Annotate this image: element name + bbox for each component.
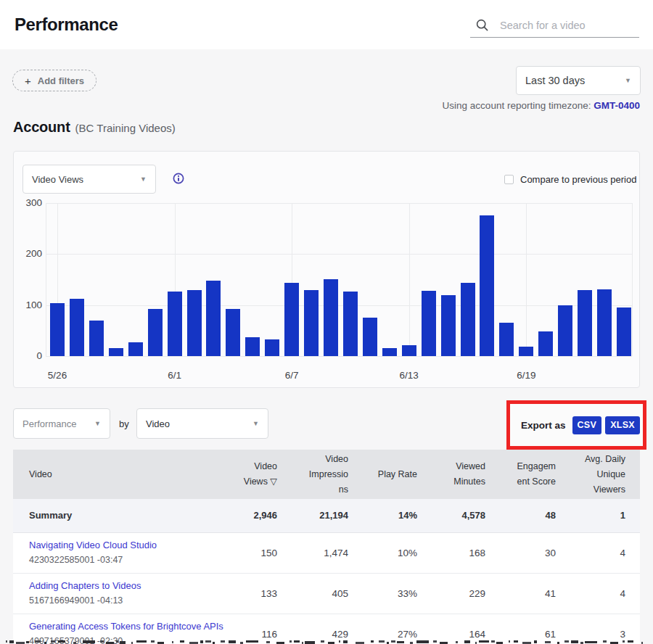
- x-axis-tick-label: 6/19: [497, 370, 555, 381]
- video-title-link[interactable]: Navigating Video Cloud Studio: [29, 540, 157, 550]
- chart-bar[interactable]: [382, 348, 397, 356]
- chart-bar[interactable]: [538, 331, 553, 356]
- chart-bar[interactable]: [168, 292, 182, 356]
- y-axis-tick-label: 100: [0, 300, 42, 310]
- video-id-duration: 5167166949001 -04:13: [29, 595, 209, 606]
- cell-play-rate: 27%: [348, 614, 417, 644]
- cell-video-views: 150: [209, 532, 277, 573]
- chevron-down-icon: ▼: [140, 176, 155, 183]
- y-axis-tick-label: 200: [0, 248, 42, 259]
- section-heading: Account (BC Training Videos): [13, 119, 176, 136]
- page-title: Performance: [15, 15, 118, 35]
- chart-bar[interactable]: [265, 339, 279, 356]
- table-header-row: Video Video Views ▽ Video Impressio ns P…: [13, 450, 640, 499]
- chart-bar[interactable]: [499, 323, 514, 356]
- chart-bar[interactable]: [245, 337, 260, 356]
- metric-select-value: Video Views: [23, 174, 83, 185]
- search-input[interactable]: [500, 20, 631, 31]
- chart-bar[interactable]: [558, 305, 572, 356]
- dimension-select[interactable]: Video ▼: [136, 408, 268, 439]
- metric-select[interactable]: Video Views ▼: [22, 165, 156, 194]
- chart-bar[interactable]: [89, 321, 104, 356]
- column-header-engagement-score[interactable]: Engagem ent Score: [485, 450, 556, 499]
- info-icon[interactable]: [173, 173, 184, 184]
- export-xlsx-button[interactable]: XLSX: [605, 416, 640, 434]
- cell-engagement-score: 30: [485, 532, 556, 573]
- date-range-value: Last 30 days: [517, 75, 585, 86]
- chart-bar[interactable]: [70, 299, 84, 356]
- y-axis-tick-label: 0: [0, 350, 42, 361]
- cell-video-impressions: 405: [277, 573, 348, 614]
- chart-bar[interactable]: [597, 289, 612, 356]
- export-as-label: Export as: [521, 420, 566, 431]
- cell-engagement-score: 41: [485, 573, 556, 614]
- chart-bar[interactable]: [422, 291, 436, 356]
- summary-video-impressions: 21,194: [277, 499, 348, 532]
- timezone-link[interactable]: GMT-0400: [594, 100, 640, 111]
- column-header-video-impressions[interactable]: Video Impressio ns: [277, 450, 348, 499]
- cell-avg-daily-unique-viewers: 3: [556, 614, 640, 644]
- export-csv-button[interactable]: CSV: [572, 416, 602, 434]
- column-header-viewed-minutes[interactable]: Viewed Minutes: [417, 450, 485, 499]
- date-range-select[interactable]: Last 30 days ▼: [516, 66, 641, 95]
- chevron-down-icon: ▼: [625, 77, 640, 84]
- by-label: by: [119, 418, 129, 429]
- chart-bar[interactable]: [206, 281, 221, 356]
- chart-bar[interactable]: [226, 309, 240, 356]
- column-header-avg-daily-unique-viewers[interactable]: Avg. Daily Unique Viewers: [556, 450, 640, 499]
- cell-viewed-minutes: 229: [417, 573, 485, 614]
- chart-bar[interactable]: [343, 292, 358, 356]
- chart-bar[interactable]: [187, 290, 202, 356]
- chevron-down-icon: ▼: [94, 420, 110, 427]
- summary-label: Summary: [13, 499, 209, 532]
- summary-engagement-score: 48: [485, 499, 556, 532]
- video-search: [470, 13, 639, 38]
- compare-checkbox-label: Compare to previous period: [520, 174, 636, 185]
- compare-checkbox[interactable]: [504, 175, 514, 184]
- cell-video-views: 133: [209, 573, 277, 614]
- chart-bar[interactable]: [50, 303, 65, 356]
- chart-bar[interactable]: [617, 307, 631, 356]
- report-type-select[interactable]: Performance ▼: [13, 408, 110, 439]
- chart-bar[interactable]: [519, 347, 533, 356]
- cell-avg-daily-unique-viewers: 4: [556, 532, 640, 573]
- summary-play-rate: 14%: [348, 499, 417, 532]
- chart-bar[interactable]: [304, 290, 319, 356]
- chart-bar[interactable]: [441, 295, 456, 356]
- cell-viewed-minutes: 164: [417, 614, 485, 644]
- table-row: Navigating Video Cloud Studio 4230322585…: [13, 532, 640, 573]
- bar-chart: 01002003005/266/16/76/136/19: [46, 203, 632, 356]
- cell-video-impressions: 429: [277, 614, 348, 644]
- section-title: Account: [13, 119, 70, 136]
- video-id-duration: 4230322585001 -03:47: [29, 555, 209, 565]
- chart-bar[interactable]: [363, 318, 377, 356]
- column-header-play-rate[interactable]: Play Rate: [348, 450, 417, 499]
- chart-bar[interactable]: [284, 283, 299, 356]
- video-title-link[interactable]: Adding Chapters to Videos: [29, 580, 141, 591]
- chart-bar[interactable]: [578, 290, 592, 356]
- chart-bar[interactable]: [109, 348, 123, 356]
- chart-bar[interactable]: [402, 345, 416, 356]
- timezone-note: Using account reporting timezone: GMT-04…: [443, 100, 640, 111]
- compare-previous-period: Compare to previous period: [504, 174, 636, 185]
- chart-bar[interactable]: [324, 279, 338, 356]
- report-type-value: Performance: [14, 418, 76, 429]
- chart-bar[interactable]: [461, 283, 475, 356]
- column-header-video[interactable]: Video: [13, 450, 209, 499]
- table-row: Adding Chapters to Videos 5167166949001 …: [13, 573, 640, 614]
- search-icon: [476, 19, 488, 31]
- x-axis-tick-label: 6/7: [263, 370, 321, 381]
- add-filters-button[interactable]: + Add filters: [12, 70, 96, 91]
- chart-card: Video Views ▼ Compare to previous period…: [13, 151, 640, 388]
- cell-avg-daily-unique-viewers: 4: [556, 573, 640, 614]
- cell-viewed-minutes: 168: [417, 532, 485, 573]
- chart-bar[interactable]: [480, 215, 494, 356]
- summary-video-views: 2,946: [209, 499, 277, 532]
- video-title-link[interactable]: Generating Access Tokens for Brightcove …: [29, 621, 223, 632]
- timezone-prefix: Using account reporting timezone:: [443, 100, 594, 111]
- column-header-video-views[interactable]: Video Views ▽: [209, 450, 277, 499]
- chart-bar[interactable]: [148, 309, 163, 356]
- export-group: Export as CSV XLSX: [506, 400, 646, 450]
- chart-bar[interactable]: [128, 342, 143, 356]
- chevron-down-icon: ▼: [252, 420, 268, 427]
